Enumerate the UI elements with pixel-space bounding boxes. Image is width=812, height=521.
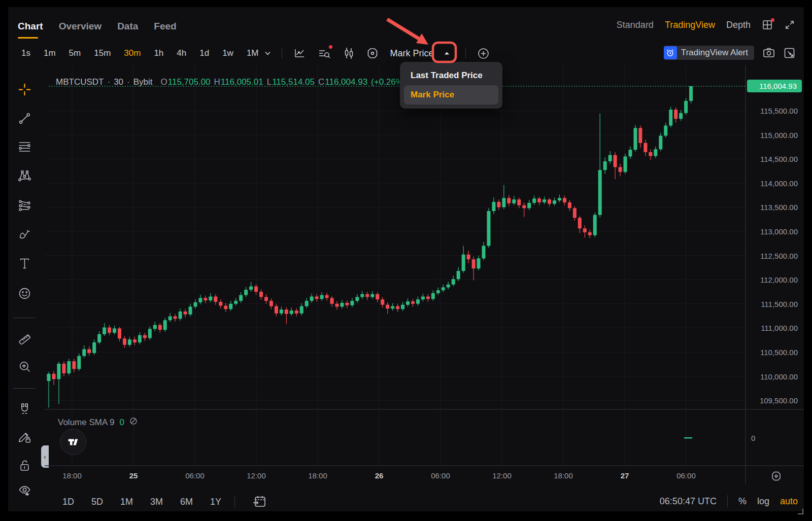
time-tick-label: 06:00: [185, 471, 205, 480]
current-price-badge: 116,004.93: [747, 80, 802, 92]
price-tick-label: 110,000.00: [747, 372, 798, 381]
range-toolbar: 1D5D1M3M6M1Y: [62, 495, 266, 508]
projection-icon[interactable]: [16, 196, 33, 214]
time-tick-label: 18:00: [62, 471, 82, 480]
price-tick-label: 113,500.00: [747, 203, 798, 212]
toolbar-divider: [13, 318, 36, 318]
volume-indicator-label[interactable]: Volume SMA 9: [58, 418, 115, 428]
price-tick-label: 112,000.00: [747, 275, 798, 284]
range-1D[interactable]: 1D: [62, 497, 74, 507]
price-tick-label: 115,000.00: [747, 131, 798, 140]
range-list: 1D5D1M3M6M1Y: [62, 497, 221, 507]
time-tick-label: 26: [375, 471, 384, 480]
legend-low-label: L: [267, 77, 272, 87]
legend-dot: ·: [127, 77, 130, 87]
volume-value: 0: [120, 418, 124, 428]
brush-icon[interactable]: [16, 225, 33, 242]
scale-toolbar: 06:50:47 UTC % log auto: [660, 495, 798, 507]
toolbar-separator: [234, 496, 235, 508]
log-scale-button[interactable]: log: [757, 496, 769, 507]
range-1M[interactable]: 1M: [120, 497, 133, 507]
range-6M[interactable]: 6M: [180, 497, 193, 507]
time-tick-label: 18:00: [308, 471, 327, 480]
legend-symbol[interactable]: MBTCUSDT: [56, 77, 104, 87]
legend-high-label: H: [214, 77, 220, 87]
auto-scale-button[interactable]: auto: [780, 496, 798, 507]
zoom-in-icon[interactable]: [16, 358, 33, 375]
xabcd-icon[interactable]: [16, 167, 33, 184]
eye-brush-icon[interactable]: [16, 481, 33, 499]
time-tick-label: 06:00: [431, 471, 450, 480]
legend-exchange: Bybit: [133, 77, 153, 87]
menu-item-last-traded-price[interactable]: Last Traded Price: [404, 66, 498, 85]
price-tick-label: 109,500.00: [747, 396, 798, 405]
bybit-tradingview-chart-page: Chart Overview Data Feed Standard Tradin…: [0, 0, 812, 521]
price-tick-label: 111,500.00: [747, 300, 798, 308]
ruler-icon[interactable]: [16, 329, 33, 346]
legend-close-value: 116,004.93: [325, 77, 367, 87]
percent-scale-button[interactable]: %: [738, 496, 747, 507]
time-tick-label: 25: [129, 471, 138, 480]
legend-open-value: 115,705.00: [168, 77, 211, 87]
price-tick-label: 112,500.00: [747, 252, 798, 260]
trend-line-icon[interactable]: [16, 110, 33, 127]
time-tick-label: 06:00: [676, 471, 696, 480]
menu-item-mark-price[interactable]: Mark Price: [404, 85, 498, 105]
legend-low-value: 115,514.05: [272, 77, 315, 87]
time-tick-label: 27: [621, 471, 629, 480]
smiley-icon[interactable]: [16, 285, 33, 302]
price-tick-label: 114,000.00: [747, 179, 798, 188]
legend-interval: 30: [114, 77, 123, 87]
toolbar-divider: [13, 388, 36, 389]
legend-close-label: C: [318, 77, 324, 87]
magnet-icon[interactable]: [16, 400, 33, 417]
toolbar-separator: [727, 495, 728, 507]
price-tick-label: 113,000.00: [747, 227, 798, 236]
tradingview-logo[interactable]: [60, 429, 86, 455]
price-tick-label: 111,000.00: [747, 324, 798, 332]
go-to-date-calendar-icon[interactable]: [252, 495, 266, 508]
price-tick-label: 114,500.00: [747, 155, 798, 163]
time-tick-label: 12:00: [247, 471, 266, 480]
price-tick-label: 115,500.00: [747, 107, 798, 115]
legend-dot: ·: [107, 77, 110, 87]
volume-hide-icon[interactable]: [129, 417, 138, 428]
drawing-toolbar: [0, 0, 45, 521]
axis-settings-gear-icon[interactable]: [770, 470, 782, 484]
time-tick-label: 12:00: [492, 471, 512, 480]
text-tool-icon[interactable]: [16, 255, 33, 272]
range-1Y[interactable]: 1Y: [210, 497, 221, 507]
price-type-dropdown-menu: Last Traded Price Mark Price: [400, 62, 502, 109]
legend-open-label: O: [161, 77, 167, 87]
time-tick-label: 18:00: [554, 471, 573, 480]
lock-open-icon[interactable]: [16, 457, 33, 474]
range-5D[interactable]: 5D: [91, 497, 103, 507]
range-3M[interactable]: 3M: [150, 497, 163, 507]
volume-legend: Volume SMA 9 0: [58, 417, 138, 428]
fib-lines-icon[interactable]: [16, 138, 33, 155]
session-clock[interactable]: 06:50:47 UTC: [660, 496, 717, 507]
resize-corner-handle[interactable]: [798, 509, 803, 514]
volume-axis-zero: 0: [747, 434, 802, 442]
legend-high-value: 116,005.01: [221, 77, 263, 87]
crosshair-icon[interactable]: [16, 81, 33, 98]
pencil-lock-icon[interactable]: [16, 428, 33, 445]
symbol-legend: MBTCUSDT · 30 · Bybit O115,705.00 H116,0…: [56, 77, 407, 87]
price-tick-label: 110,500.00: [747, 348, 798, 357]
